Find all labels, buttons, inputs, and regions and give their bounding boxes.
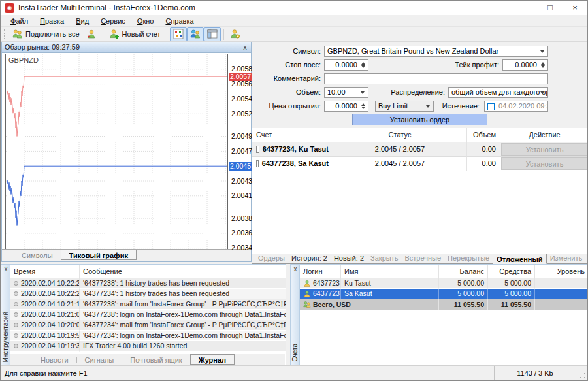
expiration-checkbox[interactable] bbox=[487, 103, 495, 110]
set-order-button[interactable]: Установить bbox=[501, 157, 588, 170]
account-checkbox[interactable] bbox=[256, 160, 259, 167]
new-account-button[interactable]: Новый счет bbox=[106, 27, 164, 41]
toolbar-separator bbox=[167, 29, 167, 40]
volume-cell: 0.00 bbox=[467, 142, 500, 157]
toggle-market-watch-button[interactable] bbox=[170, 27, 187, 41]
tick-chart[interactable] bbox=[5, 54, 228, 250]
list-item[interactable]: 2020.02.04 10:22:2...'64377238': 1 histo… bbox=[10, 278, 286, 289]
account-settings-button[interactable] bbox=[227, 27, 244, 41]
open-price-input[interactable]: 0.0000 bbox=[324, 101, 368, 112]
maximize-button[interactable]: □ bbox=[538, 1, 563, 15]
accounts-rows: 64377234 Ku Tasut 5 000.00 5 000.00 6437… bbox=[300, 278, 588, 310]
distribution-select[interactable]: общий объем для каждого ордера bbox=[448, 87, 548, 98]
list-item[interactable]: 2020.02.04 10:22:2...'64377234': 1 histo… bbox=[10, 289, 286, 299]
toolbar-separator bbox=[223, 29, 224, 40]
new-account-label: Новый счет bbox=[122, 30, 161, 38]
tab-tick-chart[interactable]: Тиковый график bbox=[61, 250, 137, 260]
tab-history[interactable]: История: 2 bbox=[288, 253, 331, 263]
journal-header-message[interactable]: Сообщение bbox=[80, 265, 286, 278]
accounts-vertical-tab[interactable]: Счета bbox=[291, 344, 299, 362]
tab-news[interactable]: Новости bbox=[33, 355, 76, 365]
orders-header-volume[interactable]: Объем bbox=[467, 128, 500, 142]
accounts-side-strip: x Счета bbox=[291, 265, 300, 366]
tab-symbols[interactable]: Символы bbox=[14, 250, 61, 261]
connect-all-icon bbox=[12, 29, 23, 39]
spinner-icon[interactable] bbox=[359, 61, 367, 69]
tick-chart-svg bbox=[6, 54, 227, 250]
spinner-icon[interactable] bbox=[359, 102, 367, 110]
tab-modify[interactable]: Изменить bbox=[547, 253, 586, 263]
tab-pending[interactable]: Отложенный bbox=[493, 254, 546, 264]
window-title: InstaTrader MultiTerminal - InstaForex-1… bbox=[18, 3, 195, 12]
symbol-select[interactable]: GBPNZD, Great Britain Pound vs New Zeala… bbox=[324, 46, 548, 57]
orders-header-action[interactable]: Действие bbox=[500, 128, 588, 142]
order-type-value: Buy Limit bbox=[378, 102, 408, 110]
market-watch-close-icon[interactable]: x bbox=[240, 42, 250, 52]
orders-header-status[interactable]: Статус bbox=[333, 128, 467, 142]
table-row[interactable]: 64377234, Ku Tasut 2.0045 / 2.0057 0.00 … bbox=[252, 142, 588, 157]
stop-loss-label: Стоп лосс: bbox=[252, 59, 321, 71]
stop-loss-input[interactable]: 0.0000 bbox=[324, 59, 368, 71]
account-cell: 64377234, Ku Tasut bbox=[263, 142, 329, 156]
close-button[interactable]: × bbox=[563, 1, 587, 15]
expiration-field[interactable]: 04.02.2020 09:37 bbox=[484, 101, 548, 112]
menu-bar: Файл Правка Вид Сервис Окно Справка bbox=[1, 15, 587, 27]
menu-service[interactable]: Сервис bbox=[95, 16, 131, 25]
volume-select[interactable]: 10.00 bbox=[324, 87, 368, 98]
tab-counter[interactable]: Встречные bbox=[401, 253, 444, 263]
tab-signals[interactable]: Сигналы bbox=[77, 355, 122, 365]
journal-close-icon[interactable]: x bbox=[1, 265, 10, 273]
tab-overlapped[interactable]: Перекрытые bbox=[444, 253, 493, 263]
tab-delete[interactable]: Удалить bbox=[585, 253, 588, 263]
menu-edit[interactable]: Правка bbox=[34, 16, 70, 25]
comment-input[interactable] bbox=[324, 73, 548, 84]
list-item[interactable]: 2020.02.04 10:21:1...'64377238': mail fr… bbox=[10, 299, 286, 310]
table-row-selected[interactable]: 64377238 Sa Kasut 5 000.00 5 000.00 bbox=[300, 289, 588, 299]
minimize-button[interactable]: – bbox=[513, 1, 538, 15]
journal-header-row: Время Сообщение bbox=[10, 265, 286, 278]
orders-header-account[interactable]: Счет bbox=[252, 128, 333, 142]
status-help-text: Для справки нажмите F1 bbox=[5, 366, 88, 380]
table-row[interactable]: 64377234 Ku Tasut 5 000.00 5 000.00 bbox=[300, 278, 588, 289]
tab-close[interactable]: Закрыть bbox=[367, 253, 401, 263]
order-form: Символ: GBPNZD, Great Britain Pound vs N… bbox=[252, 42, 588, 128]
table-row[interactable]: 64377238, Sa Kasut 2.0045 / 2.0057 0.00 … bbox=[252, 157, 588, 171]
accounts-header-level[interactable]: Уровень bbox=[535, 265, 588, 278]
order-type-select[interactable]: Buy Limit bbox=[375, 101, 434, 112]
take-profit-input[interactable]: 0.0000 bbox=[502, 59, 548, 71]
tab-new[interactable]: Новый: 2 bbox=[331, 253, 367, 263]
connect-all-button[interactable]: Подключить все bbox=[9, 27, 83, 41]
list-item[interactable]: 2020.02.04 10:19:5...'64377234': login o… bbox=[10, 331, 286, 341]
spinner-icon[interactable] bbox=[539, 61, 547, 69]
journal-header-time[interactable]: Время bbox=[10, 265, 80, 278]
accounts-header-equity[interactable]: Средства bbox=[488, 265, 535, 278]
toggle-terminal-button[interactable] bbox=[204, 27, 221, 41]
list-item[interactable]: 2020.02.04 10:19:3...IFX Trader 4.00 bui… bbox=[10, 341, 286, 352]
account-checkbox[interactable] bbox=[256, 146, 259, 153]
list-item[interactable]: 2020.02.04 10:21:0...'64377238': login o… bbox=[10, 310, 286, 320]
account-cell: 64377238, Sa Kasut bbox=[262, 157, 329, 171]
menu-view[interactable]: Вид bbox=[70, 16, 95, 25]
journal-vertical-tab[interactable]: Инструментарий bbox=[2, 312, 9, 362]
volume-label: Объем: bbox=[252, 87, 321, 98]
toggle-accounts-button[interactable] bbox=[187, 27, 204, 41]
accounts-close-icon[interactable]: x bbox=[291, 265, 300, 273]
accounts-header-login[interactable]: Логин bbox=[300, 265, 341, 278]
list-item[interactable]: 2020.02.04 10:20:0...'64377234': mail fr… bbox=[10, 320, 286, 331]
menu-help[interactable]: Справка bbox=[159, 16, 199, 25]
tab-orders[interactable]: Ордеры bbox=[255, 253, 288, 263]
accounts-header-balance[interactable]: Баланс bbox=[439, 265, 488, 278]
menu-file[interactable]: Файл bbox=[5, 16, 34, 25]
set-order-button[interactable]: Установить bbox=[501, 143, 588, 156]
tab-journal[interactable]: Журнал bbox=[190, 354, 235, 365]
market-watch-icon bbox=[173, 29, 184, 39]
menu-window[interactable]: Окно bbox=[131, 16, 160, 25]
log-entry-icon bbox=[14, 333, 18, 338]
axis-tick-label: 2.0056 bbox=[231, 80, 252, 88]
tab-mailbox[interactable]: Почтовый ящик bbox=[122, 355, 189, 365]
resize-grip-icon[interactable] bbox=[580, 373, 586, 379]
accounts-header-name[interactable]: Имя bbox=[341, 265, 439, 278]
place-order-button[interactable]: Установить ордер bbox=[352, 114, 487, 125]
disconnect-all-button[interactable] bbox=[83, 27, 100, 41]
toolbar-grip bbox=[4, 29, 7, 39]
